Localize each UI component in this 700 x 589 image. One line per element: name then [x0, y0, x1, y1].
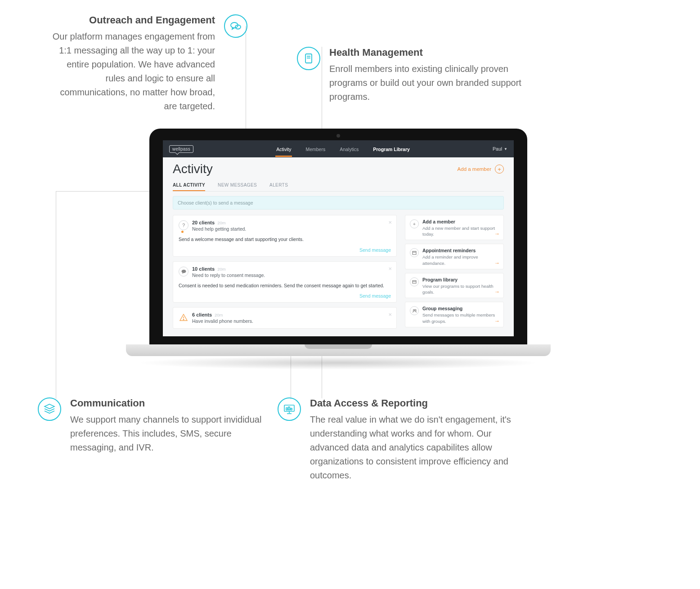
brand-logo[interactable]: wellpass [169, 145, 193, 153]
main-nav: Activity Members Analytics Program Libra… [275, 141, 411, 157]
chat-bubbles-icon [224, 14, 247, 38]
feature-title: Health Management [329, 47, 531, 58]
feature-title: Communication [70, 397, 263, 409]
feature-health: Health Management Enroll members into ex… [297, 47, 531, 104]
camera-dot [337, 134, 340, 138]
feature-title: Outreach and Engagement [45, 14, 215, 26]
arrow-right-icon: → [494, 260, 500, 266]
user-name: Paul [493, 146, 502, 152]
activity-cards-column: × ? 20 clients 20m Need help getting sta… [173, 215, 397, 329]
card-body: Send a welcome message and start support… [179, 236, 391, 243]
quick-action-title: Add a member [422, 219, 455, 224]
quick-actions-column: + Add a member Add a new member and star… [405, 215, 504, 327]
add-member-button[interactable]: Add a member + [458, 165, 504, 174]
quick-action-appointment[interactable]: Appointment reminders Add a reminder and… [405, 244, 504, 269]
nav-program-library[interactable]: Program Library [372, 141, 411, 157]
connector-line [56, 191, 56, 399]
close-icon[interactable]: × [388, 219, 392, 226]
card-subtitle: Need help getting started. [192, 226, 246, 232]
svg-point-14 [183, 319, 184, 320]
plus-icon: + [410, 219, 419, 228]
svg-rect-17 [413, 281, 416, 283]
status-dot [181, 231, 184, 233]
svg-rect-9 [286, 408, 287, 410]
card-time: 20m [217, 220, 225, 225]
calendar-icon [410, 248, 419, 257]
layers-icon [38, 397, 61, 421]
message-icon [179, 267, 188, 277]
feature-communication: Communication We support many channels t… [38, 397, 263, 455]
card-body: Consent is needed to send medication rem… [179, 282, 391, 289]
tab-new-messages[interactable]: NEW MESSAGES [218, 180, 257, 191]
activity-tabs: ALL ACTIVITY NEW MESSAGES ALERTS [173, 180, 504, 192]
svg-point-19 [413, 310, 414, 311]
svg-marker-5 [45, 404, 54, 409]
chevron-down-icon: ▼ [504, 147, 507, 151]
add-member-label: Add a member [458, 166, 491, 172]
brand-name: wellpass [172, 147, 190, 152]
presentation-icon [278, 397, 301, 421]
feature-body: We support many channels to support invi… [70, 413, 263, 455]
quick-action-desc: Send messages to multiple members with g… [422, 312, 499, 324]
quick-action-title: Program library [422, 277, 458, 282]
quick-action-title: Appointment reminders [422, 248, 476, 253]
card-subtitle: Need to reply to consent message. [192, 272, 265, 278]
svg-rect-15 [413, 251, 416, 254]
nav-members[interactable]: Members [305, 141, 326, 157]
send-message-link[interactable]: Send message [359, 247, 391, 253]
card-subtitle: Have invalid phone numbers. [192, 318, 253, 324]
quick-action-title: Group messaging [422, 306, 462, 311]
close-icon[interactable]: × [388, 265, 392, 272]
feature-data: Data Access & Reporting The real value i… [278, 397, 529, 482]
warning-icon [179, 312, 188, 322]
svg-point-20 [414, 310, 416, 311]
quick-action-program-library[interactable]: Program library View our programs to sup… [405, 273, 504, 298]
activity-card: × 10 clients 20m Ne [173, 261, 397, 303]
user-menu[interactable]: Paul ▼ [493, 146, 507, 152]
svg-point-12 [181, 269, 186, 273]
clipboard-icon [297, 47, 320, 70]
feature-body: The real value in what we do isn't engag… [310, 413, 529, 482]
quick-action-desc: View our programs to support health goal… [422, 283, 499, 295]
close-icon[interactable]: × [388, 311, 392, 318]
plus-icon: + [495, 165, 504, 174]
choose-clients-input[interactable]: Choose client(s) to send a message [173, 196, 504, 210]
app-window: wellpass Activity Members Analytics Prog… [163, 140, 514, 336]
quick-action-group-messaging[interactable]: Group messaging Send messages to multipl… [405, 302, 504, 327]
card-time: 20m [215, 312, 223, 317]
card-count: 6 clients [192, 312, 212, 317]
tab-alerts[interactable]: ALERTS [269, 180, 288, 191]
feature-outreach: Outreach and Engagement Our platform man… [45, 14, 247, 113]
feature-body: Enroll members into existing clinically … [329, 62, 531, 104]
laptop-shadow [136, 356, 541, 370]
svg-rect-11 [291, 408, 292, 410]
feature-body: Our platform manages engagement from 1:1… [45, 30, 215, 113]
svg-rect-2 [305, 54, 312, 63]
quick-action-desc: Add a new member and start support today… [422, 225, 499, 237]
question-icon: ? [179, 220, 188, 230]
send-message-link[interactable]: Send message [359, 293, 391, 299]
activity-card: × ? 20 clients 20m Need help getting sta… [173, 215, 397, 257]
card-count: 20 clients [192, 220, 215, 225]
tab-all-activity[interactable]: ALL ACTIVITY [173, 180, 205, 191]
group-icon [410, 306, 419, 315]
app-header: wellpass Activity Members Analytics Prog… [163, 140, 514, 157]
card-time: 20m [217, 267, 225, 272]
laptop-base [126, 344, 551, 356]
arrow-right-icon: → [494, 231, 500, 237]
feature-title: Data Access & Reporting [310, 397, 529, 409]
quick-action-desc: Add a reminder and improve attendance. [422, 254, 499, 266]
nav-activity[interactable]: Activity [275, 141, 292, 157]
box-icon [410, 277, 419, 286]
laptop-mockup: wellpass Activity Members Analytics Prog… [126, 129, 551, 370]
card-count: 10 clients [192, 266, 215, 272]
arrow-right-icon: → [494, 289, 500, 295]
svg-rect-10 [288, 407, 290, 410]
page-title: Activity [173, 162, 213, 176]
nav-analytics[interactable]: Analytics [339, 141, 359, 157]
activity-card: × 6 clients 20m [173, 307, 397, 329]
quick-action-add-member[interactable]: + Add a member Add a new member and star… [405, 215, 504, 240]
arrow-right-icon: → [494, 318, 500, 324]
